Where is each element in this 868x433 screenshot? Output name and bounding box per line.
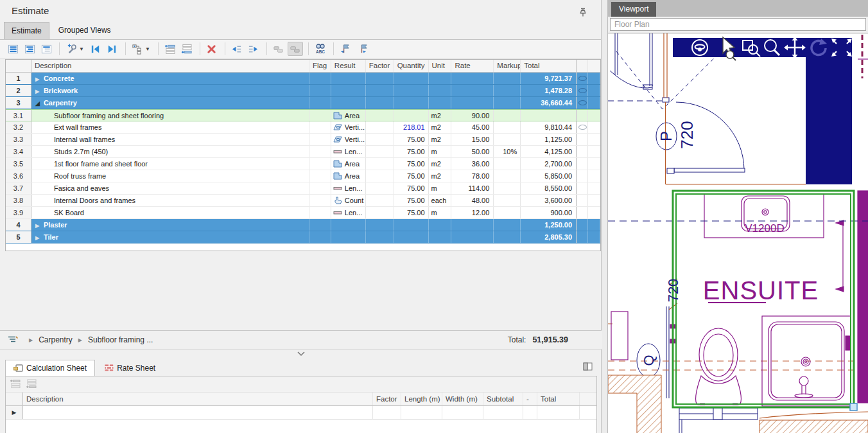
- table-row[interactable]: 3.4 Studs 2.7m (450) Len... 75.00 m 50.0…: [6, 146, 600, 158]
- col-result[interactable]: Result: [331, 60, 366, 72]
- table-row-group[interactable]: 3 ◢Carpentry 36,660.44: [6, 97, 600, 109]
- table-row[interactable]: 3.5 1st floor frame and sheet floor Area…: [6, 158, 600, 170]
- window-split-icon[interactable]: [583, 362, 593, 372]
- table-row[interactable]: 3.3 Internal wall frames Verti... 75.00 …: [6, 134, 600, 146]
- length-result-icon: [333, 148, 342, 155]
- area-result-icon: [333, 112, 342, 119]
- row-marker-oval: [578, 125, 587, 130]
- spell-check-abc-icon: ABC: [315, 43, 326, 55]
- spell-check-button[interactable]: ABC: [313, 42, 328, 56]
- horizontal-splitter[interactable]: [0, 349, 602, 358]
- expand-collapsed-icon[interactable]: ▶: [35, 74, 44, 84]
- delete-row-button[interactable]: [204, 42, 220, 56]
- tab-estimate[interactable]: Estimate: [4, 22, 49, 39]
- insert-row-grey-icon: [10, 379, 21, 389]
- outline-view-1-button[interactable]: [5, 42, 21, 56]
- outline-view-2-icon: [24, 44, 35, 55]
- col-flag[interactable]: Flag: [309, 60, 331, 72]
- vertical-result-icon: [333, 136, 342, 143]
- outline-view-3-button[interactable]: [39, 42, 54, 56]
- expand-collapsed-icon[interactable]: ▶: [35, 86, 44, 96]
- group-icon: [273, 44, 284, 55]
- tools-caret-icon[interactable]: ▼: [79, 46, 84, 52]
- previous-item-button[interactable]: [88, 42, 103, 56]
- outline-view-1-icon: [8, 44, 19, 55]
- col-factor[interactable]: Factor: [373, 393, 401, 405]
- pin-icon[interactable]: [579, 8, 587, 19]
- insert-row-below-button[interactable]: [179, 42, 195, 56]
- insert-row-below-grey-icon: [26, 379, 37, 389]
- label-wall-width: 720: [665, 279, 681, 303]
- indent-icon: [248, 44, 259, 55]
- floorplan-selector[interactable]: [610, 18, 866, 31]
- col-markup[interactable]: Markup: [494, 60, 521, 72]
- insert-row-below-icon: [181, 44, 192, 55]
- empty-row[interactable]: [6, 243, 600, 251]
- table-row[interactable]: 3.7 Fasica and eaves Len... 75.00 m 114.…: [6, 182, 600, 195]
- selection-handle: [850, 403, 857, 411]
- table-row[interactable]: 3.8 Internal Doors and frames Count 75.0…: [6, 195, 600, 207]
- tab-rate-sheet[interactable]: Rate Sheet: [97, 360, 163, 376]
- col-rate[interactable]: Rate: [451, 60, 494, 72]
- table-row-group[interactable]: 1 ▶Concrete 9,721.37: [6, 73, 600, 85]
- col-description[interactable]: Description: [23, 393, 373, 405]
- group-button[interactable]: [271, 42, 286, 56]
- calc-grid-header: Description Factor Length (m) Width (m) …: [6, 393, 596, 406]
- breadcrumb-item[interactable]: Carpentry: [39, 335, 73, 344]
- area-result-icon: [333, 172, 342, 180]
- col-unit[interactable]: Unit: [429, 60, 452, 72]
- tools-button[interactable]: [64, 42, 79, 56]
- insert-calc-row-button[interactable]: [10, 379, 21, 390]
- table-row-group[interactable]: 5 ▶Tiler 2,805.30: [6, 231, 600, 243]
- col-minus[interactable]: -: [523, 393, 537, 405]
- tree-view-caret-icon[interactable]: ▼: [145, 46, 150, 52]
- table-row-selected[interactable]: 3.1 Subfloor framing and sheet flooring …: [6, 109, 600, 121]
- total-value: 51,915.39: [532, 335, 568, 344]
- next-arrow-icon: [107, 44, 117, 55]
- expand-expanded-icon[interactable]: ◢: [35, 98, 44, 109]
- expand-collapsed-icon[interactable]: ▶: [35, 233, 44, 243]
- navy-linework: [610, 33, 758, 433]
- tab-grouped-views[interactable]: Grouped Views: [51, 22, 118, 39]
- calc-row[interactable]: ▶: [6, 406, 596, 420]
- insert-row-above-button[interactable]: [162, 42, 178, 56]
- table-row[interactable]: 3.9 SK Board Len... 75.00 m 12.00 900.00: [6, 207, 600, 219]
- tab-calculation-sheet[interactable]: Calculation Sheet: [5, 360, 95, 376]
- cad-canvas[interactable]: P 720 720 Q V1200D ENSUITE: [608, 33, 868, 433]
- outdent-button[interactable]: [229, 42, 245, 56]
- estimate-grid: Description Flag Result Factor Quantity …: [5, 59, 601, 251]
- col-width[interactable]: Width (m): [442, 393, 483, 405]
- col-total[interactable]: Total: [537, 393, 580, 405]
- ungroup-button[interactable]: [288, 42, 303, 56]
- col-length[interactable]: Length (m): [401, 393, 442, 405]
- col-quantity[interactable]: Quantity: [394, 60, 429, 72]
- tree-view-button[interactable]: [130, 42, 145, 56]
- expand-collapsed-icon[interactable]: ▶: [35, 220, 44, 231]
- indent-button[interactable]: [246, 42, 261, 56]
- breadcrumb-arrow-icon: ▶: [78, 337, 82, 343]
- col-factor[interactable]: Factor: [366, 60, 394, 72]
- panel-splitter[interactable]: [602, 0, 608, 433]
- length-result-icon: [333, 184, 342, 192]
- table-row-group[interactable]: 4 ▶Plaster 1,250.00: [6, 219, 600, 231]
- col-description[interactable]: Description: [31, 60, 309, 72]
- flag-back-button[interactable]: [338, 42, 353, 56]
- insert-row-above-icon: [164, 44, 175, 55]
- breadcrumb-item[interactable]: Subfloor framing ...: [88, 335, 153, 344]
- col-total[interactable]: Total: [521, 60, 577, 72]
- ungroup-icon: [290, 44, 300, 55]
- breadcrumb-menu-icon[interactable]: [8, 335, 18, 345]
- next-item-button[interactable]: [105, 42, 120, 56]
- outline-view-2-button[interactable]: [22, 42, 37, 56]
- calculation-pane: Calculation Sheet Rate Sheet Description…: [0, 358, 602, 433]
- col-subtotal[interactable]: Subtotal: [483, 393, 523, 405]
- table-row[interactable]: 3.6 Roof truss frame Area 75.00 m2 78.00…: [6, 170, 600, 182]
- insert-calc-row-below-button[interactable]: [26, 379, 37, 390]
- flag-forward-button[interactable]: [354, 42, 370, 56]
- length-result-icon: [333, 209, 342, 216]
- flag-forward-icon: [356, 44, 367, 55]
- table-row-group[interactable]: 2 ▶Brickwork 1,478.28: [6, 85, 600, 97]
- area-result-icon: [333, 160, 342, 168]
- tab-viewport[interactable]: Viewport: [611, 2, 656, 17]
- table-row[interactable]: 3.2 Ext wall frames Verti... 218.01 m2 4…: [6, 121, 600, 134]
